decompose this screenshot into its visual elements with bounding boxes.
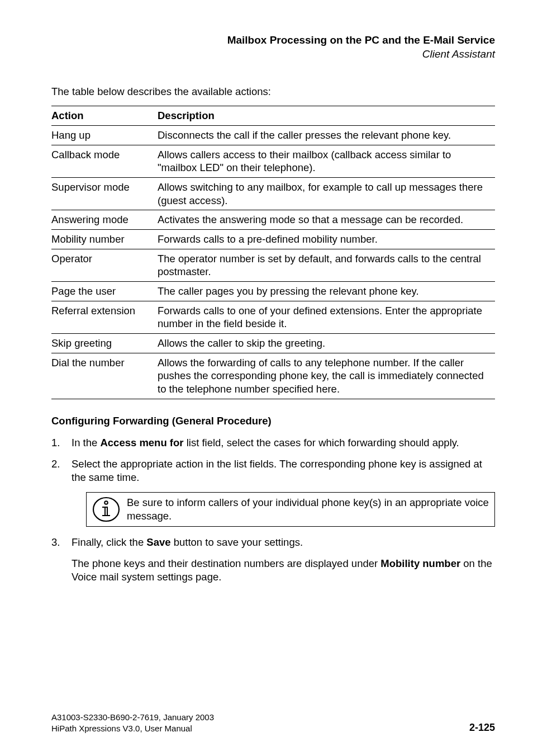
step-text: button to save your settings. bbox=[171, 536, 303, 548]
table-row: Referral extension Forwards calls to one… bbox=[51, 301, 495, 333]
svg-point-1 bbox=[104, 501, 108, 504]
procedure-steps: 1. In the Access menu for list field, se… bbox=[51, 436, 495, 484]
step-number: 2. bbox=[51, 457, 72, 484]
cell-action: Skip greeting bbox=[51, 334, 158, 353]
table-row: Callback mode Allows callers access to t… bbox=[51, 145, 495, 177]
footer-doc-title: HiPath Xpressions V3.0, User Manual bbox=[51, 723, 214, 734]
info-icon bbox=[90, 495, 122, 524]
step-text: list field, select the cases for which f… bbox=[184, 437, 459, 448]
page-header: Mailbox Processing on the PC and the E-M… bbox=[51, 34, 495, 61]
cell-action: Operator bbox=[51, 249, 158, 281]
cell-action: Page the user bbox=[51, 282, 158, 301]
cell-action: Hang up bbox=[51, 126, 158, 145]
table-row: Dial the number Allows the forwarding of… bbox=[51, 353, 495, 399]
header-title: Mailbox Processing on the PC and the E-M… bbox=[51, 34, 495, 48]
step-text: Finally, click the bbox=[72, 536, 146, 548]
footer-left: A31003-S2330-B690-2-7619, January 2003 H… bbox=[51, 712, 214, 734]
page-number: 2-125 bbox=[469, 722, 495, 734]
footer-doc-id: A31003-S2330-B690-2-7619, January 2003 bbox=[51, 712, 214, 723]
cell-description: The caller pages you by pressing the rel… bbox=[158, 282, 495, 301]
step-body: In the Access menu for list field, selec… bbox=[72, 436, 495, 450]
step-bold: Save bbox=[146, 536, 170, 548]
table-row: Answering mode Activates the answering m… bbox=[51, 210, 495, 230]
page-footer: A31003-S2330-B690-2-7619, January 2003 H… bbox=[51, 712, 495, 734]
table-row: Supervisor mode Allows switching to any … bbox=[51, 178, 495, 210]
table-row: Hang up Disconnects the call if the call… bbox=[51, 126, 495, 145]
header-subtitle: Client Assistant bbox=[51, 48, 495, 62]
cell-description: Allows the caller to skip the greeting. bbox=[158, 334, 495, 353]
step-1: 1. In the Access menu for list field, se… bbox=[51, 436, 495, 450]
table-row: Page the user The caller pages you by pr… bbox=[51, 282, 495, 301]
col-header-action: Action bbox=[51, 106, 158, 126]
table-row: Skip greeting Allows the caller to skip … bbox=[51, 334, 495, 353]
cell-description: Forwards calls to a pre-defined mobility… bbox=[158, 230, 495, 249]
cell-description: Allows switching to any mailbox, for exa… bbox=[158, 178, 495, 210]
step-text: In the bbox=[72, 437, 100, 448]
step-3: 3. Finally, click the Save button to sav… bbox=[51, 536, 495, 584]
step-body: Select the appropriate action in the lis… bbox=[72, 457, 495, 484]
step-note-bold: Mobility number bbox=[380, 557, 460, 569]
cell-description: Forwards calls to one of your defined ex… bbox=[158, 301, 495, 333]
table-header-row: Action Description bbox=[51, 106, 495, 126]
cell-action: Dial the number bbox=[51, 353, 158, 399]
cell-action: Supervisor mode bbox=[51, 178, 158, 210]
step-bold: Access menu for bbox=[100, 437, 183, 448]
cell-description: Activates the answering mode so that a m… bbox=[158, 210, 495, 230]
tip-box: Be sure to inform callers of your indivi… bbox=[86, 492, 495, 527]
col-header-description: Description bbox=[158, 106, 495, 126]
intro-text: The table below describes the available … bbox=[51, 86, 495, 98]
cell-description: Disconnects the call if the caller press… bbox=[158, 126, 495, 145]
step-note: The phone keys and their destination num… bbox=[72, 557, 380, 569]
cell-action: Callback mode bbox=[51, 145, 158, 177]
step-body: Finally, click the Save button to save y… bbox=[72, 536, 495, 584]
table-row: Mobility number Forwards calls to a pre-… bbox=[51, 230, 495, 249]
actions-table: Action Description Hang up Disconnects t… bbox=[51, 106, 495, 399]
cell-description: Allows the forwarding of calls to any te… bbox=[158, 353, 495, 399]
step-2: 2. Select the appropriate action in the … bbox=[51, 457, 495, 484]
procedure-steps-cont: 3. Finally, click the Save button to sav… bbox=[51, 536, 495, 584]
section-heading: Configuring Forwarding (General Procedur… bbox=[51, 415, 495, 427]
cell-description: The operator number is set by default, a… bbox=[158, 249, 495, 281]
table-row: Operator The operator number is set by d… bbox=[51, 249, 495, 281]
cell-description: Allows callers access to their mailbox (… bbox=[158, 145, 495, 177]
step-number: 1. bbox=[51, 436, 72, 450]
cell-action: Answering mode bbox=[51, 210, 158, 230]
cell-action: Mobility number bbox=[51, 230, 158, 249]
step-number: 3. bbox=[51, 536, 72, 584]
tip-text: Be sure to inform callers of your indivi… bbox=[127, 496, 489, 522]
cell-action: Referral extension bbox=[51, 301, 158, 333]
